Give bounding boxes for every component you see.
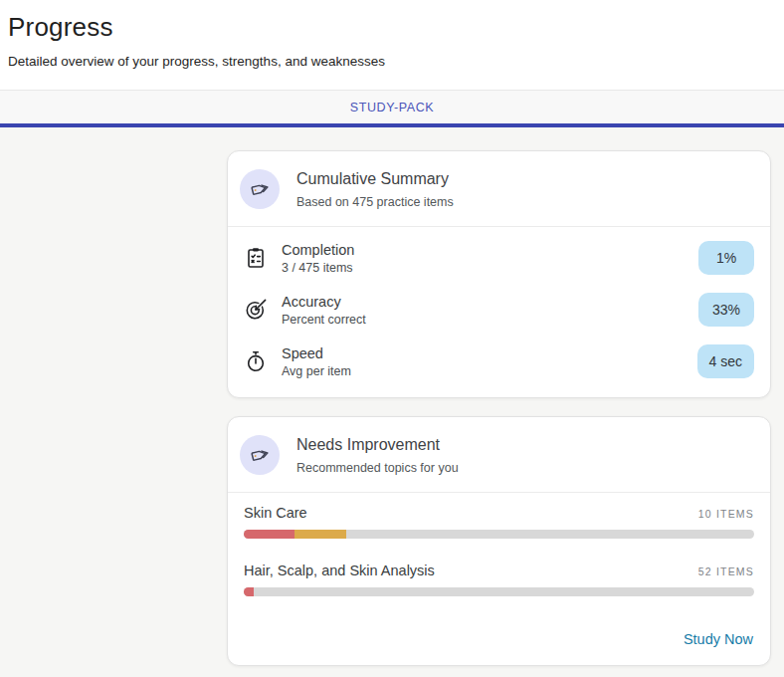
summary-card-heading: Cumulative Summary Based on 475 practice… xyxy=(296,170,454,209)
metric-row-accuracy: Accuracy Percent correct 33% xyxy=(228,284,770,336)
topic-name: Skin Care xyxy=(244,505,307,521)
accuracy-badge: 33% xyxy=(698,293,754,327)
metric-row-speed: Speed Avg per item 4 sec xyxy=(228,336,770,387)
topics-list: Skin Care 10 ITEMS Hair, Scalp, and Skin… xyxy=(228,493,770,608)
metric-sublabel: Percent correct xyxy=(282,313,685,327)
topic-row-hair-scalp-skin: Hair, Scalp, and Skin Analysis 52 ITEMS xyxy=(228,551,770,608)
tab-study-pack[interactable]: STUDY-PACK xyxy=(0,91,784,123)
target-icon xyxy=(244,298,268,322)
speed-badge: 4 sec xyxy=(697,344,754,378)
metric-text: Accuracy Percent correct xyxy=(282,294,685,327)
topic-head: Hair, Scalp, and Skin Analysis 52 ITEMS xyxy=(244,563,754,578)
metric-text: Completion 3 / 475 items xyxy=(282,242,685,275)
metric-label: Completion xyxy=(282,242,685,258)
metric-label: Accuracy xyxy=(282,294,685,310)
tab-bar: STUDY-PACK xyxy=(0,91,784,127)
checklist-icon xyxy=(244,246,268,270)
page-title: Progress xyxy=(8,12,768,43)
stopwatch-icon xyxy=(244,349,268,373)
card-title: Needs Improvement xyxy=(296,436,459,454)
study-now-link[interactable]: Study Now xyxy=(684,631,753,647)
needs-improvement-card: Needs Improvement Recommended topics for… xyxy=(227,416,771,666)
topic-head: Skin Care 10 ITEMS xyxy=(244,505,754,521)
topic-items-count: 52 ITEMS xyxy=(698,565,754,577)
topic-items-count: 10 ITEMS xyxy=(698,508,754,520)
metric-sublabel: Avg per item xyxy=(282,364,684,378)
avatar xyxy=(240,169,280,209)
topic-row-skin-care: Skin Care 10 ITEMS xyxy=(228,493,770,551)
card-subtitle: Based on 475 practice items xyxy=(296,195,454,209)
main-content: Cumulative Summary Based on 475 practice… xyxy=(0,127,784,666)
topic-progress-bar xyxy=(244,530,754,539)
topic-progress-bar xyxy=(244,587,754,596)
metric-row-completion: Completion 3 / 475 items 1% xyxy=(228,232,770,284)
metric-label: Speed xyxy=(282,345,684,361)
page-subtitle: Detailed overview of your progress, stre… xyxy=(8,54,768,69)
metric-text: Speed Avg per item xyxy=(282,345,684,378)
avatar xyxy=(240,435,280,475)
completion-badge: 1% xyxy=(698,241,754,275)
tags-icon xyxy=(249,444,271,466)
metric-sublabel: 3 / 475 items xyxy=(282,261,685,275)
cumulative-summary-card: Cumulative Summary Based on 475 practice… xyxy=(227,150,771,398)
improvement-card-heading: Needs Improvement Recommended topics for… xyxy=(296,436,459,475)
tags-icon xyxy=(249,178,271,200)
improvement-card-header: Needs Improvement Recommended topics for… xyxy=(228,417,770,492)
card-footer: Study Now xyxy=(228,608,770,665)
card-title: Cumulative Summary xyxy=(296,170,454,188)
summary-card-header: Cumulative Summary Based on 475 practice… xyxy=(228,151,770,226)
card-subtitle: Recommended topics for you xyxy=(296,461,459,475)
metrics-list: Completion 3 / 475 items 1% Accura xyxy=(228,227,770,397)
topic-name: Hair, Scalp, and Skin Analysis xyxy=(244,563,435,578)
page-header: Progress Detailed overview of your progr… xyxy=(0,0,784,91)
